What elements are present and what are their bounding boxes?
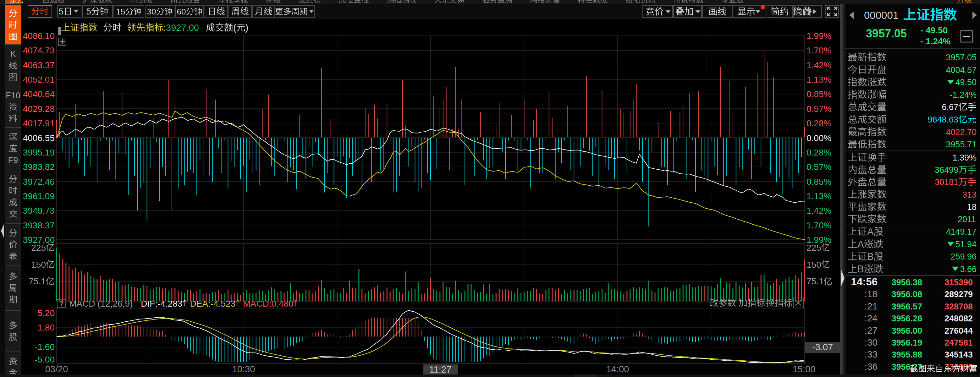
svg-text:B: B bbox=[858, 264, 864, 275]
svg-text:1.39%: 1.39% bbox=[952, 153, 977, 162]
svg-text:75.1: 75.1 bbox=[807, 277, 824, 286]
svg-text:247581: 247581 bbox=[945, 338, 973, 347]
svg-text:3956.38: 3956.38 bbox=[891, 278, 922, 287]
svg-text:3956.57: 3956.57 bbox=[891, 302, 922, 311]
svg-text:5.20: 5.20 bbox=[38, 308, 55, 318]
svg-text:14:56: 14:56 bbox=[851, 276, 878, 288]
svg-text:328708: 328708 bbox=[945, 302, 973, 311]
svg-text:5: 5 bbox=[86, 6, 91, 16]
svg-text:150: 150 bbox=[807, 260, 821, 270]
svg-text:4063.37: 4063.37 bbox=[23, 60, 55, 70]
svg-text:-5.00: -5.00 bbox=[35, 355, 55, 364]
svg-text:289279: 289279 bbox=[945, 290, 973, 299]
svg-text:1.13%: 1.13% bbox=[807, 75, 831, 84]
svg-text::: : bbox=[164, 22, 166, 33]
svg-text:1.13%: 1.13% bbox=[807, 191, 831, 201]
svg-text:4004.57: 4004.57 bbox=[946, 65, 977, 75]
svg-text:MACD (12,26,9): MACD (12,26,9) bbox=[69, 299, 133, 309]
svg-text:49.50: 49.50 bbox=[955, 78, 977, 87]
svg-text:1.99%: 1.99% bbox=[807, 31, 831, 41]
svg-text:10:30: 10:30 bbox=[232, 364, 255, 374]
svg-text:4074.73: 4074.73 bbox=[23, 46, 55, 55]
svg-text::33: :33 bbox=[864, 349, 878, 360]
svg-text::36: :36 bbox=[864, 361, 878, 372]
svg-text:3.66: 3.66 bbox=[960, 264, 977, 274]
svg-text:A: A bbox=[858, 239, 864, 250]
svg-text:3995.19: 3995.19 bbox=[23, 148, 55, 157]
svg-text:1.42%: 1.42% bbox=[807, 60, 831, 70]
svg-text:3938.37: 3938.37 bbox=[23, 221, 55, 230]
svg-text:0.28%: 0.28% bbox=[807, 148, 831, 157]
svg-text:15: 15 bbox=[116, 7, 126, 16]
svg-text:345143: 345143 bbox=[945, 350, 973, 360]
svg-text:000001: 000001 bbox=[864, 10, 899, 21]
svg-text:4149.17: 4149.17 bbox=[946, 227, 977, 237]
svg-text::30: :30 bbox=[864, 337, 878, 347]
svg-text:DIF:-4.283: DIF:-4.283 bbox=[141, 299, 182, 309]
svg-text:1.80: 1.80 bbox=[38, 323, 55, 332]
svg-text:(: ( bbox=[233, 22, 236, 33]
svg-text:?: ? bbox=[59, 300, 63, 307]
svg-text::24: :24 bbox=[864, 313, 878, 323]
svg-text:4029.28: 4029.28 bbox=[23, 104, 55, 114]
svg-text:F10: F10 bbox=[6, 91, 21, 100]
svg-text:0.00%: 0.00% bbox=[807, 133, 831, 143]
svg-text:MACD:0.480: MACD:0.480 bbox=[243, 299, 293, 309]
svg-text:K: K bbox=[10, 49, 16, 59]
svg-text:0.85%: 0.85% bbox=[807, 89, 831, 99]
svg-text:276044: 276044 bbox=[945, 326, 973, 336]
svg-text:0.57%: 0.57% bbox=[807, 104, 831, 114]
svg-text:3961.09: 3961.09 bbox=[23, 191, 55, 201]
svg-text:DEA:-4.523: DEA:-4.523 bbox=[190, 299, 236, 309]
svg-text:3956.08: 3956.08 bbox=[891, 290, 922, 299]
svg-text:4006.55: 4006.55 bbox=[23, 133, 55, 143]
svg-text:30181: 30181 bbox=[935, 178, 958, 187]
svg-text:9648.63: 9648.63 bbox=[928, 115, 958, 124]
svg-text:2011: 2011 bbox=[958, 215, 976, 224]
svg-text:3955.71: 3955.71 bbox=[946, 140, 977, 149]
svg-text:- 49.50: - 49.50 bbox=[920, 25, 948, 35]
svg-text:3927.00: 3927.00 bbox=[166, 22, 199, 33]
svg-text:30: 30 bbox=[147, 7, 156, 16]
svg-text:4040.64: 4040.64 bbox=[23, 89, 55, 99]
svg-text:): ) bbox=[245, 22, 249, 33]
svg-text:F9: F9 bbox=[8, 156, 18, 165]
svg-text:5: 5 bbox=[59, 6, 64, 16]
svg-text:4086.10: 4086.10 bbox=[23, 31, 55, 41]
svg-text:313: 313 bbox=[963, 190, 977, 199]
svg-text:11:27: 11:27 bbox=[430, 364, 451, 374]
svg-text:3956.26: 3956.26 bbox=[891, 314, 922, 323]
svg-text:3972.46: 3972.46 bbox=[23, 177, 55, 187]
svg-text:15:00: 15:00 bbox=[793, 364, 816, 374]
svg-text:- 1.24%: - 1.24% bbox=[920, 37, 951, 46]
svg-text:3956.00: 3956.00 bbox=[891, 326, 922, 336]
svg-text:0.28%: 0.28% bbox=[807, 118, 831, 128]
svg-text:6.67: 6.67 bbox=[942, 102, 959, 112]
svg-text:4017.91: 4017.91 bbox=[23, 118, 55, 128]
svg-text:3956.19: 3956.19 bbox=[891, 338, 922, 347]
svg-text:3957.05: 3957.05 bbox=[946, 53, 977, 62]
svg-text:4052.01: 4052.01 bbox=[23, 75, 55, 84]
svg-text:259.96: 259.96 bbox=[950, 252, 977, 261]
svg-text:0.57%: 0.57% bbox=[807, 162, 831, 172]
svg-text:225: 225 bbox=[807, 243, 821, 253]
svg-text::27: :27 bbox=[864, 325, 878, 336]
svg-text:4022.70: 4022.70 bbox=[946, 127, 977, 137]
svg-text:75.1: 75.1 bbox=[29, 277, 46, 286]
svg-text::21: :21 bbox=[864, 301, 878, 311]
svg-text:03/20: 03/20 bbox=[45, 364, 68, 374]
svg-text:3957.05: 3957.05 bbox=[866, 27, 907, 40]
svg-text:36499: 36499 bbox=[935, 165, 958, 175]
svg-text:315390: 315390 bbox=[945, 278, 973, 287]
svg-text:B: B bbox=[867, 251, 874, 262]
svg-text:-1.60: -1.60 bbox=[35, 342, 55, 352]
svg-text:A: A bbox=[867, 226, 874, 237]
svg-text:60: 60 bbox=[177, 7, 186, 16]
svg-text:3983.82: 3983.82 bbox=[23, 162, 55, 172]
svg-text:18: 18 bbox=[967, 202, 977, 212]
svg-text:51.94: 51.94 bbox=[955, 240, 977, 249]
svg-text:3955.88: 3955.88 bbox=[891, 350, 922, 360]
svg-text:-3.07: -3.07 bbox=[812, 342, 833, 352]
svg-text:1.70%: 1.70% bbox=[807, 221, 831, 230]
svg-text:1.42%: 1.42% bbox=[807, 206, 831, 216]
